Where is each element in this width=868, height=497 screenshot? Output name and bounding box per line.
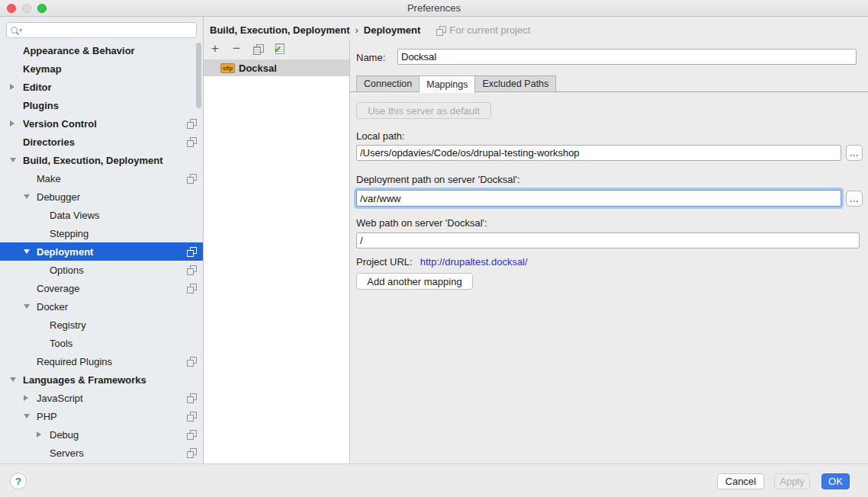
current-project-icon — [187, 393, 196, 402]
chevron-right-icon[interactable] — [10, 120, 14, 127]
chevron-down-icon[interactable] — [24, 304, 30, 309]
tab-mappings[interactable]: Mappings — [420, 75, 475, 93]
deployment-path-browse-button[interactable]: ... — [846, 191, 863, 207]
chevron-down-icon[interactable] — [10, 158, 16, 162]
sidebar-item-docker[interactable]: Docker — [0, 297, 203, 316]
sidebar-item-javascript[interactable]: JavaScript — [0, 389, 203, 407]
sidebar-item-keymap[interactable]: Keymap — [0, 59, 203, 78]
deployment-path-label: Deployment path on server 'Docksal': — [356, 174, 520, 185]
sidebar-item-data-views[interactable]: Data Views — [0, 206, 203, 224]
name-label: Name: — [356, 52, 385, 63]
settings-search-field[interactable]: ▾ — [6, 22, 197, 38]
scope-indicator: For current project — [436, 24, 530, 36]
local-path-browse-button[interactable]: ... — [846, 145, 863, 161]
current-project-icon — [436, 26, 445, 35]
sidebar-item-label: Make — [37, 173, 61, 184]
server-settings-tabs: ConnectionMappingsExcluded Paths — [356, 75, 556, 93]
sidebar-item-plugins[interactable]: Plugins — [0, 96, 203, 114]
chevron-down-icon[interactable] — [24, 249, 30, 254]
server-list-toolbar: + − — [208, 41, 286, 56]
tab-connection[interactable]: Connection — [356, 75, 420, 92]
sidebar-item-label: Options — [50, 265, 84, 276]
sidebar-item-label: Build, Execution, Deployment — [23, 155, 162, 166]
sidebar-item-options[interactable]: Options — [0, 261, 203, 279]
sidebar-item-php[interactable]: PHP — [0, 407, 203, 425]
sidebar-item-appearance-behavior[interactable]: Appearance & Behavior — [0, 41, 203, 59]
chevron-down-icon[interactable] — [24, 194, 30, 199]
server-list-item-docksal[interactable]: sftp Docksal — [204, 59, 349, 76]
sidebar-item-servers[interactable]: Servers — [0, 444, 203, 462]
current-project-icon — [187, 265, 196, 274]
sidebar-item-label: Docker — [37, 301, 68, 313]
server-list-panel — [204, 59, 349, 463]
current-project-icon — [187, 448, 196, 457]
chevron-down-icon[interactable] — [24, 414, 30, 418]
local-path-input[interactable] — [356, 145, 841, 161]
web-path-label: Web path on server 'Docksal': — [356, 217, 487, 229]
current-project-icon — [187, 119, 196, 128]
sidebar-item-coverage[interactable]: Coverage — [0, 279, 203, 297]
deployment-path-input[interactable] — [356, 190, 841, 207]
sidebar-item-make[interactable]: Make — [0, 169, 203, 188]
sidebar-item-stepping[interactable]: Stepping — [0, 224, 203, 242]
apply-button[interactable]: Apply — [774, 473, 810, 489]
sftp-icon: sftp — [220, 63, 235, 73]
sidebar-item-label: Debug — [50, 429, 79, 441]
chevron-right-icon[interactable] — [10, 84, 14, 90]
sidebar-item-tools[interactable]: Tools — [0, 334, 203, 352]
minimize-window-button[interactable] — [22, 4, 31, 13]
sidebar-item-debugger[interactable]: Debugger — [0, 188, 203, 206]
add-server-button[interactable]: + — [208, 42, 222, 56]
close-window-button[interactable] — [7, 4, 16, 13]
project-url-link[interactable]: http://drupaltest.docksal/ — [420, 256, 528, 268]
sidebar-item-build-execution-deployment[interactable]: Build, Execution, Deployment — [0, 151, 203, 169]
scope-label: For current project — [449, 24, 530, 36]
copy-server-button[interactable] — [251, 42, 265, 56]
add-another-mapping-button[interactable]: Add another mapping — [356, 273, 473, 290]
search-input[interactable] — [22, 24, 196, 37]
remove-server-button[interactable]: − — [230, 42, 243, 56]
current-project-icon — [187, 174, 196, 183]
current-project-icon — [187, 247, 196, 256]
use-server-as-default-button[interactable]: Use this server as default — [356, 102, 491, 119]
sidebar-item-version-control[interactable]: Version Control — [0, 114, 203, 133]
chevron-right-icon[interactable] — [37, 431, 41, 438]
chevron-right-icon[interactable] — [24, 395, 28, 401]
server-name-input[interactable] — [397, 49, 857, 65]
sidebar-item-label: Debugger — [37, 191, 80, 203]
check-document-icon — [274, 43, 285, 54]
sidebar-item-directories[interactable]: Directories — [0, 133, 203, 151]
cancel-button[interactable]: Cancel — [717, 473, 764, 489]
window-title: Preferences — [407, 2, 461, 14]
sidebar-item-deployment[interactable]: Deployment — [0, 242, 203, 261]
chevron-down-icon[interactable] — [10, 377, 16, 382]
sidebar-item-label: JavaScript — [37, 393, 83, 404]
sidebar-item-label: PHP — [37, 411, 57, 422]
sidebar-item-label: Required Plugins — [37, 356, 112, 367]
use-as-default-toolbar-button[interactable] — [272, 42, 286, 56]
sidebar-item-debug[interactable]: Debug — [0, 425, 203, 444]
sidebar-item-registry[interactable]: Registry — [0, 316, 203, 334]
sidebar-scrollbar-thumb[interactable] — [196, 43, 201, 108]
title-bar: Preferences — [0, 0, 868, 17]
ok-button[interactable]: OK — [821, 473, 850, 489]
tab-excluded-paths[interactable]: Excluded Paths — [475, 75, 556, 92]
panel-divider — [349, 40, 350, 463]
settings-tree: Appearance & BehaviorKeymapEditorPlugins… — [0, 41, 203, 462]
local-path-label: Local path: — [356, 130, 405, 142]
current-project-icon — [187, 430, 196, 439]
sidebar-item-required-plugins[interactable]: Required Plugins — [0, 352, 203, 370]
sidebar-item-label: Keymap — [23, 63, 62, 75]
sidebar-item-label: Deployment — [37, 246, 93, 258]
project-url-row: Project URL: http://drupaltest.docksal/ — [356, 256, 528, 268]
breadcrumb-group: Build, Execution, Deployment — [210, 24, 349, 36]
sidebar-item-label: Languages & Frameworks — [23, 374, 146, 386]
web-path-input[interactable] — [356, 232, 860, 248]
help-button[interactable]: ? — [10, 473, 27, 489]
sidebar-item-languages-frameworks[interactable]: Languages & Frameworks — [0, 370, 203, 389]
sidebar-item-editor[interactable]: Editor — [0, 78, 203, 96]
zoom-window-button[interactable] — [37, 4, 47, 13]
minus-icon: − — [233, 43, 240, 55]
sidebar-item-label: Appearance & Behavior — [23, 45, 135, 56]
plus-icon: + — [211, 43, 219, 55]
